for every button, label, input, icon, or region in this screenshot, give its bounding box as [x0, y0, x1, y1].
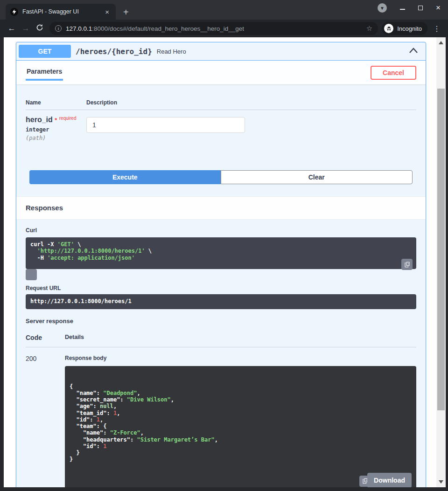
opblock-get-heroes: GET /heroes/{hero_id} Read Hero Paramete… [16, 42, 426, 487]
method-badge: GET [19, 45, 71, 58]
new-tab-button[interactable]: + [123, 7, 129, 17]
endpoint-summary: Read Hero [157, 48, 186, 55]
collapse-chevron-icon[interactable] [408, 47, 419, 56]
endpoint-path: /heroes/{hero_id} [76, 47, 152, 56]
back-icon[interactable]: ← [5, 24, 19, 33]
responses-body: Curl curl -X 'GET' \ 'http://127.0.0.1:8… [16, 220, 426, 487]
swagger-page: GET /heroes/{hero_id} Read Hero Paramete… [4, 37, 436, 487]
responses-title: Responses [26, 204, 63, 212]
hero-id-input[interactable] [86, 117, 245, 133]
window-controls: ▼ × [378, 3, 448, 16]
name-column-header: Name [26, 99, 86, 106]
browser-tab[interactable]: FastAPI - Swagger UI × [6, 4, 116, 20]
parameter-type: integer [26, 126, 86, 133]
parameters-table: Name Description hero_id * required inte… [16, 99, 426, 141]
scroll-down-icon[interactable] [439, 480, 443, 484]
response-row: 200 Response body { "name": "Deadpond", … [26, 355, 416, 487]
minimize-button[interactable] [400, 9, 405, 10]
description-column-header: Description [86, 99, 117, 106]
response-body-label: Response body [65, 355, 416, 361]
cancel-button[interactable]: Cancel [371, 66, 416, 80]
incognito-label: Incognito [397, 25, 422, 32]
incognito-badge: Incognito [382, 22, 427, 35]
scroll-up-icon[interactable] [439, 41, 443, 44]
url-text: 127.0.0.1:8000/docs#/default/read_hero_h… [66, 25, 244, 32]
required-label: required [59, 116, 77, 121]
parameter-meta: hero_id * required integer (path) [26, 116, 86, 141]
tab-title: FastAPI - Swagger UI [22, 8, 103, 15]
status-code: 200 [26, 355, 65, 487]
copy-curl-button[interactable] [401, 259, 413, 270]
responses-section-header: Responses [16, 196, 426, 220]
parameters-table-head: Name Description [26, 99, 416, 110]
forward-icon[interactable]: → [19, 24, 33, 33]
code-column-header: Code [26, 334, 65, 341]
response-body-json: { "name": "Deadpond", "secret_name": "Di… [70, 383, 412, 463]
address-bar[interactable]: i 127.0.0.1:8000/docs#/default/read_hero… [49, 22, 378, 35]
fastapi-favicon-icon [10, 8, 18, 16]
parameters-header: Parameters Cancel [16, 61, 426, 84]
execute-button[interactable]: Execute [29, 170, 221, 184]
scrollbar-thumb[interactable] [437, 89, 445, 410]
request-url-block: http://127.0.0.1:8000/heroes/1 [26, 294, 416, 309]
required-star: * [55, 117, 57, 124]
site-info-icon[interactable]: i [55, 25, 62, 32]
browser-toolbar: ← → i 127.0.0.1:8000/docs#/default/read_… [0, 20, 448, 37]
incognito-icon [384, 24, 393, 33]
curl-command-block: curl -X 'GET' \ 'http://127.0.0.1:8000/h… [26, 237, 416, 269]
bookmark-star-icon[interactable]: ☆ [363, 24, 372, 33]
server-response-label: Server response [26, 318, 416, 325]
request-url-label: Request URL [26, 285, 416, 291]
details-column-header: Details [65, 334, 84, 341]
parameter-location: (path) [26, 135, 86, 141]
browser-window: FastAPI - Swagger UI × + ▼ × ← → i 127.0… [0, 0, 448, 491]
reload-icon[interactable] [33, 24, 47, 34]
url-path: :8000/docs#/default/read_hero_heroes__he… [92, 25, 244, 32]
download-button[interactable]: Download [367, 473, 412, 487]
clear-button[interactable]: Clear [221, 170, 413, 184]
curl-label: Curl [26, 227, 416, 234]
tab-strip: FastAPI - Swagger UI × + ▼ × [0, 0, 448, 20]
tab-close-icon[interactable]: × [103, 8, 111, 16]
update-caret-icon[interactable]: ▼ [378, 3, 387, 13]
response-table-head: Code Details [26, 334, 416, 347]
browser-menu-icon[interactable]: ⋮ [430, 24, 443, 33]
maximize-button[interactable] [418, 6, 423, 10]
response-body-block: { "name": "Deadpond", "secret_name": "Di… [65, 366, 416, 487]
opblock-summary[interactable]: GET /heroes/{hero_id} Read Hero [16, 42, 426, 61]
tab-parameters: Parameters [26, 65, 63, 81]
page-scrollbar[interactable] [436, 37, 446, 487]
parameter-row-hero-id: hero_id * required integer (path) [26, 110, 416, 141]
execute-wrapper: Execute Clear [29, 170, 413, 184]
url-host: 127.0.0.1 [66, 25, 92, 32]
close-window-button[interactable]: × [436, 6, 441, 10]
parameter-name: hero_id [26, 116, 53, 124]
page-viewport: GET /heroes/{hero_id} Read Hero Paramete… [4, 37, 446, 487]
